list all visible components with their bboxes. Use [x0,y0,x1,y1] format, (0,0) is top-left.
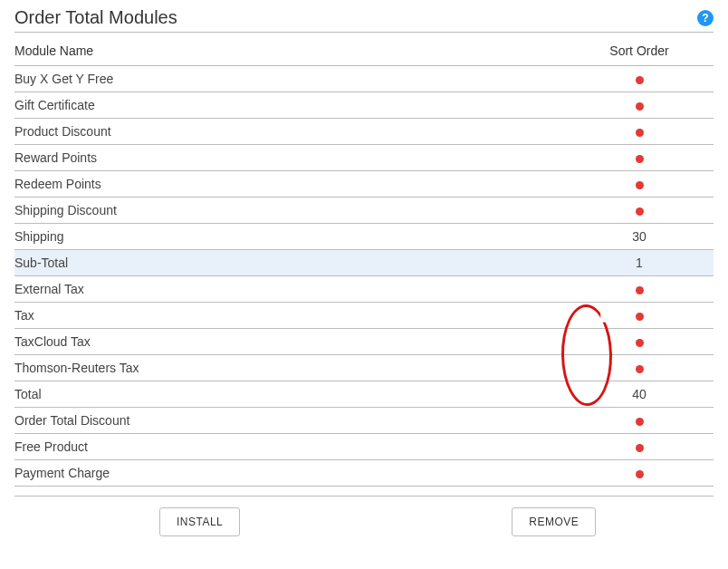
sort-order-cell [569,460,714,487]
module-name-cell: Thomson-Reuters Tax [14,355,569,381]
table-row[interactable]: Total40 [14,381,714,408]
sort-order-cell [569,408,714,434]
sort-order-cell: 30 [569,224,714,250]
table-row[interactable]: Product Discount [14,119,714,145]
table-row[interactable]: Redeem Points [14,171,714,198]
module-name-cell: Redeem Points [14,171,569,198]
module-name-cell: Total [14,381,569,408]
sort-order-cell [569,145,714,171]
module-name-cell: Order Total Discount [14,408,569,434]
help-icon[interactable]: ? [697,10,714,26]
module-name-cell: Shipping [14,224,569,250]
sort-order-cell [569,276,714,303]
uninstalled-dot-icon [636,76,644,84]
module-name-cell: Free Product [14,434,569,460]
sort-order-cell: 40 [569,381,714,408]
table-row[interactable]: Gift Certificate [14,92,714,119]
table-row[interactable]: Shipping Discount [14,198,714,224]
sort-order-cell: 1 [569,250,714,276]
module-name-cell: Reward Points [14,145,569,171]
uninstalled-dot-icon [636,418,644,426]
module-name-cell: Sub-Total [14,250,569,276]
uninstalled-dot-icon [636,365,644,373]
uninstalled-dot-icon [636,181,644,189]
uninstalled-dot-icon [636,339,644,347]
col-sort-order[interactable]: Sort Order [569,36,714,66]
table-row[interactable]: Tax [14,303,714,329]
modules-table: Module Name Sort Order Buy X Get Y FreeG… [14,36,714,487]
uninstalled-dot-icon [636,129,644,137]
sort-order-cell [569,434,714,460]
page-title: Order Total Modules [14,7,177,28]
sort-order-cell [569,171,714,198]
header-divider [14,32,714,33]
sort-order-cell [569,119,714,145]
uninstalled-dot-icon [636,286,644,294]
uninstalled-dot-icon [636,102,644,111]
table-row[interactable]: Payment Charge [14,460,714,487]
table-row[interactable]: TaxCloud Tax [14,329,714,355]
sort-order-cell [569,303,714,329]
uninstalled-dot-icon [636,444,644,452]
footer-actions: INSTALL REMOVE [14,496,714,536]
install-button[interactable]: INSTALL [159,507,240,536]
table-row[interactable]: Order Total Discount [14,408,714,434]
table-row[interactable]: Sub-Total1 [14,250,714,276]
table-row[interactable]: Free Product [14,434,714,460]
uninstalled-dot-icon [636,470,644,478]
sort-order-cell [569,92,714,119]
remove-button[interactable]: REMOVE [512,507,596,536]
module-name-cell: Shipping Discount [14,198,569,224]
uninstalled-dot-icon [636,207,644,216]
col-module-name[interactable]: Module Name [14,36,569,66]
table-row[interactable]: Thomson-Reuters Tax [14,355,714,381]
sort-order-cell [569,329,714,355]
module-name-cell: Payment Charge [14,460,569,487]
table-row[interactable]: Buy X Get Y Free [14,66,714,92]
module-name-cell: Product Discount [14,119,569,145]
table-row[interactable]: Shipping30 [14,224,714,250]
sort-order-cell [569,198,714,224]
module-name-cell: Buy X Get Y Free [14,66,569,92]
sort-order-cell [569,355,714,381]
uninstalled-dot-icon [636,313,644,321]
table-row[interactable]: External Tax [14,276,714,303]
module-name-cell: TaxCloud Tax [14,329,569,355]
module-name-cell: Tax [14,303,569,329]
module-name-cell: External Tax [14,276,569,303]
module-name-cell: Gift Certificate [14,92,569,119]
table-row[interactable]: Reward Points [14,145,714,171]
sort-order-cell [569,66,714,92]
uninstalled-dot-icon [636,155,644,163]
